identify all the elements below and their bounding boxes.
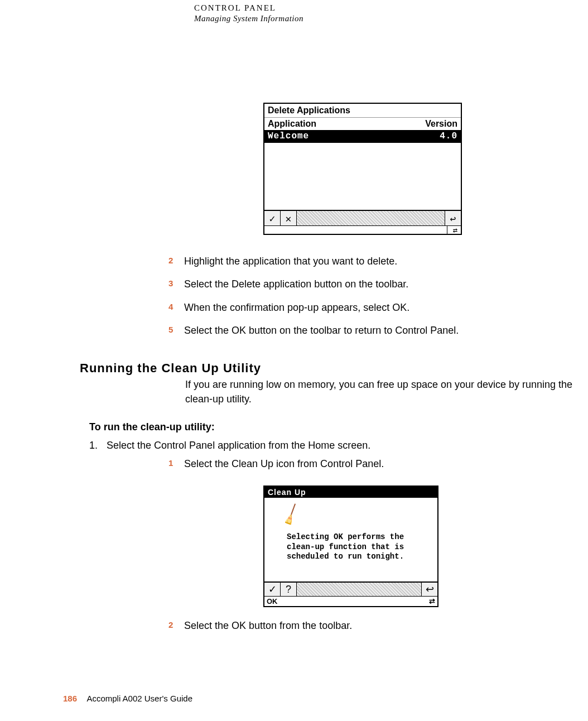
step-5: 5 Select the OK button on the toolbar to… — [168, 324, 581, 337]
page-footer: 186 Accompli A002 User's Guide — [63, 694, 192, 703]
step-text: Select the Delete application button on … — [184, 278, 408, 291]
page-header: CONTROL PANEL Managing System Informatio… — [194, 3, 303, 23]
step-number: 5 — [168, 324, 184, 337]
ok-icon: ✓ — [264, 583, 281, 596]
step-text: Highlight the application that you want … — [184, 255, 397, 268]
back-icon: ↩ — [445, 211, 461, 225]
step-text: Select the Clean Up icon from Control Pa… — [184, 458, 384, 470]
broom-icon: 🧹 — [278, 502, 304, 527]
step-number: 3 — [168, 278, 184, 291]
selected-app-row: Welcome 4.0 — [264, 130, 461, 142]
procedure-heading: To run the clean-up utility: — [89, 421, 215, 433]
status-bar: OK ⇄ — [264, 596, 437, 606]
cleanup-steps-a: 1 Select the Clean Up icon from Control … — [168, 458, 581, 480]
step-text: Select the OK button from the toolbar. — [184, 619, 352, 632]
step-text: Select the Control Panel application fro… — [107, 440, 370, 451]
ok-icon: ✓ — [264, 211, 281, 225]
row-app-version: 4.0 — [440, 131, 457, 141]
step-text: When the confirmation pop-up appears, se… — [184, 301, 409, 314]
list-body — [264, 142, 461, 210]
window-title: Clean Up — [264, 487, 437, 498]
status-bar: ⇄ — [264, 225, 461, 234]
window-body: 🧹 Selecting OK performs the clean-up fun… — [264, 498, 437, 581]
header-band — [0, 0, 190, 27]
step-2: 2 Select the OK button from the toolbar. — [168, 619, 581, 632]
step-text: Select the OK button on the toolbar to r… — [184, 324, 459, 337]
step-number: 4 — [168, 301, 184, 314]
column-headers: Application Version — [264, 118, 461, 130]
row-app-name: Welcome — [268, 131, 309, 141]
col-application: Application — [268, 119, 316, 129]
toolbar: ✓ ? ↩ — [264, 581, 437, 596]
step-4: 4 When the confirmation pop-up appears, … — [168, 301, 581, 314]
header-chapter: CONTROL PANEL — [194, 3, 303, 13]
step-number-plain: 1. — [89, 440, 104, 451]
col-version: Version — [425, 119, 457, 129]
step-number: 2 — [168, 619, 184, 632]
delete-apps-screenshot: Delete Applications Application Version … — [263, 103, 462, 235]
ok-label: OK — [267, 597, 278, 605]
toolbar: ✓ ✕ ↩ — [264, 210, 461, 225]
section-intro: If you are running low on memory, you ca… — [185, 377, 587, 406]
back-icon: ↩ — [421, 583, 437, 596]
page-number: 186 — [63, 694, 77, 703]
cleanup-steps-b: 2 Select the OK button from the toolbar. — [168, 619, 581, 642]
switch-icon: ⇄ — [450, 226, 461, 234]
header-section: Managing System Information — [194, 14, 303, 23]
cleanup-screenshot: Clean Up 🧹 Selecting OK performs the cle… — [263, 486, 438, 607]
step-2: 2 Highlight the application that you wan… — [168, 255, 581, 268]
window-title: Delete Applications — [264, 104, 461, 118]
toolbar-spacer — [297, 583, 421, 596]
step-3: 3 Select the Delete application button o… — [168, 278, 581, 291]
switch-icon: ⇄ — [429, 597, 435, 605]
step-number: 1 — [168, 458, 184, 470]
manual-page: CONTROL PANEL Managing System Informatio… — [0, 0, 588, 721]
guide-title: Accompli A002 User's Guide — [86, 694, 192, 703]
procedure-step-1: 1. Select the Control Panel application … — [89, 440, 370, 451]
section-heading: Running the Clean Up Utility — [80, 361, 261, 376]
step-1: 1 Select the Clean Up icon from Control … — [168, 458, 581, 470]
delete-icon: ✕ — [281, 211, 297, 225]
help-icon: ? — [281, 583, 297, 596]
delete-steps: 2 Highlight the application that you wan… — [168, 255, 581, 348]
toolbar-spacer — [297, 211, 445, 225]
cleanup-message: Selecting OK performs the clean-up funct… — [287, 532, 426, 562]
step-number: 2 — [168, 255, 184, 268]
